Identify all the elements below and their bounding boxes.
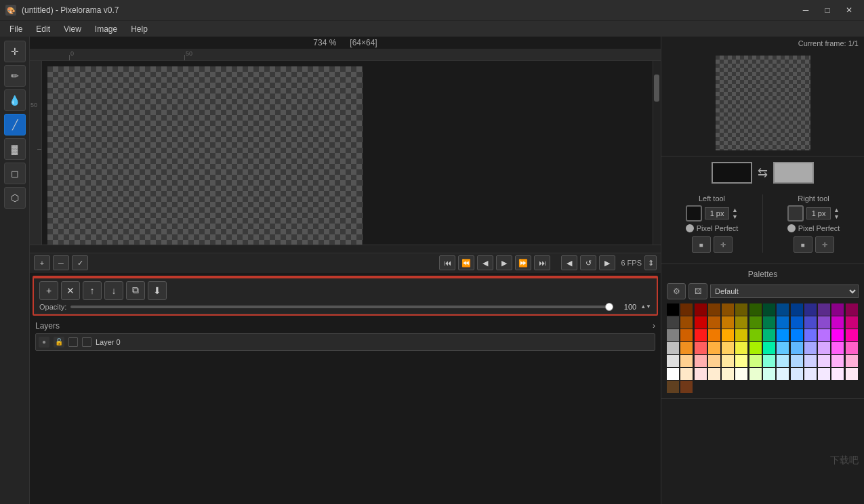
scroll-thumb[interactable]: [654, 75, 659, 102]
color-cell-93[interactable]: [791, 381, 803, 393]
menu-image[interactable]: Image: [88, 23, 124, 35]
left-brush-square[interactable]: ■: [692, 236, 711, 253]
maximize-button[interactable]: □: [818, 3, 837, 17]
color-cell-81[interactable]: [818, 368, 830, 380]
color-cell-73[interactable]: [708, 368, 720, 380]
color-cell-84[interactable]: [667, 381, 679, 393]
color-cell-25[interactable]: [818, 316, 830, 329]
color-cell-37[interactable]: [791, 329, 803, 341]
color-cell-54[interactable]: [831, 342, 844, 354]
layer-add-button[interactable]: +: [39, 281, 58, 300]
color-cell-78[interactable]: [777, 368, 789, 380]
color-cell-4[interactable]: [722, 303, 734, 316]
color-cell-92[interactable]: [777, 381, 789, 393]
color-cell-20[interactable]: [749, 316, 762, 329]
color-cell-40[interactable]: [831, 329, 844, 341]
color-cell-53[interactable]: [818, 342, 830, 354]
tool-eraser[interactable]: ◻: [4, 163, 26, 184]
anim-next-frame[interactable]: ▶: [496, 255, 512, 270]
anim-fps-arrows[interactable]: ⇕: [644, 255, 657, 270]
color-cell-19[interactable]: [735, 316, 747, 329]
right-tool-size-spinner[interactable]: ▲▼: [834, 207, 840, 220]
color-cell-89[interactable]: [735, 381, 747, 393]
anim-next-anim[interactable]: ⏩: [515, 255, 531, 270]
right-brush-cross[interactable]: ✛: [815, 236, 834, 253]
anim-remove-frame[interactable]: ─: [53, 255, 69, 270]
color-cell-26[interactable]: [831, 316, 844, 329]
color-cell-14[interactable]: [667, 316, 679, 329]
color-cell-30[interactable]: [695, 329, 707, 341]
color-cell-18[interactable]: [722, 316, 734, 329]
color-cell-16[interactable]: [695, 316, 707, 329]
tool-fill[interactable]: ▓: [4, 138, 26, 160]
color-cell-65[interactable]: [791, 355, 803, 367]
anim-first-frame[interactable]: ⏮: [439, 255, 455, 270]
color-cell-68[interactable]: [831, 355, 844, 367]
anim-last-frame[interactable]: ⏭: [534, 255, 550, 270]
color-cell-15[interactable]: [680, 316, 693, 329]
tool-dropper[interactable]: 💧: [4, 89, 26, 111]
color-cell-42[interactable]: [667, 342, 679, 354]
close-button[interactable]: ✕: [840, 3, 859, 17]
layer-move-down-button[interactable]: ↓: [104, 281, 123, 300]
menu-help[interactable]: Help: [124, 23, 155, 35]
color-cell-95[interactable]: [818, 381, 830, 393]
left-brush-cross[interactable]: ✛: [714, 236, 733, 253]
color-cell-6[interactable]: [749, 303, 762, 316]
color-cell-0[interactable]: [667, 303, 679, 316]
color-cell-66[interactable]: [804, 355, 817, 367]
color-cell-60[interactable]: [722, 355, 734, 367]
color-cell-90[interactable]: [749, 381, 762, 393]
color-cell-49[interactable]: [763, 342, 775, 354]
color-cell-71[interactable]: [680, 368, 693, 380]
anim-prev-onion[interactable]: ◀: [561, 255, 577, 270]
color-cell-94[interactable]: [804, 381, 817, 393]
color-cell-62[interactable]: [749, 355, 762, 367]
color-cell-21[interactable]: [763, 316, 775, 329]
palette-selector[interactable]: Default: [710, 285, 859, 298]
color-cell-38[interactable]: [804, 329, 817, 341]
color-cell-51[interactable]: [791, 342, 803, 354]
color-cell-7[interactable]: [763, 303, 775, 316]
color-cell-1[interactable]: [680, 303, 693, 316]
opacity-slider[interactable]: [70, 306, 613, 308]
color-cell-39[interactable]: [818, 329, 830, 341]
color-cell-61[interactable]: [735, 355, 747, 367]
color-cell-47[interactable]: [735, 342, 747, 354]
color-cell-9[interactable]: [791, 303, 803, 316]
tool-line[interactable]: ╱: [4, 114, 26, 135]
color-cell-35[interactable]: [763, 329, 775, 341]
color-cell-75[interactable]: [735, 368, 747, 380]
color-cell-59[interactable]: [708, 355, 720, 367]
color-cell-67[interactable]: [818, 355, 830, 367]
color-cell-31[interactable]: [708, 329, 720, 341]
color-cell-2[interactable]: [695, 303, 707, 316]
left-tool-size-spinner[interactable]: ▲▼: [732, 207, 738, 220]
right-brush-square[interactable]: ■: [794, 236, 812, 253]
layer-merge-button[interactable]: ⬇: [148, 281, 167, 300]
scrollbar-bottom[interactable]: [30, 245, 661, 253]
left-tool-color-swatch[interactable]: [686, 205, 702, 222]
right-pixel-perfect-radio[interactable]: [787, 224, 796, 232]
color-cell-69[interactable]: [846, 355, 858, 367]
color-cell-87[interactable]: [708, 381, 720, 393]
color-cell-32[interactable]: [722, 329, 734, 341]
color-cell-96[interactable]: [831, 381, 844, 393]
color-cell-44[interactable]: [695, 342, 707, 354]
color-cell-86[interactable]: [695, 381, 707, 393]
opacity-spinner[interactable]: ▲▼: [640, 303, 651, 310]
color-cell-88[interactable]: [722, 381, 734, 393]
color-cell-76[interactable]: [749, 368, 762, 380]
color-cell-82[interactable]: [831, 368, 844, 380]
color-cell-34[interactable]: [749, 329, 762, 341]
layer-copy-button[interactable]: ⧉: [126, 281, 145, 300]
layer-lock-toggle[interactable]: 🔓: [54, 337, 64, 348]
color-cell-91[interactable]: [763, 381, 775, 393]
menu-edit[interactable]: Edit: [29, 23, 57, 35]
color-cell-28[interactable]: [667, 329, 679, 341]
menu-view[interactable]: View: [57, 23, 88, 35]
anim-prev-anim[interactable]: ⏪: [458, 255, 474, 270]
tool-pencil[interactable]: ✏: [4, 65, 26, 87]
layer-visibility-toggle[interactable]: ●: [39, 337, 49, 348]
color-cell-11[interactable]: [818, 303, 830, 316]
